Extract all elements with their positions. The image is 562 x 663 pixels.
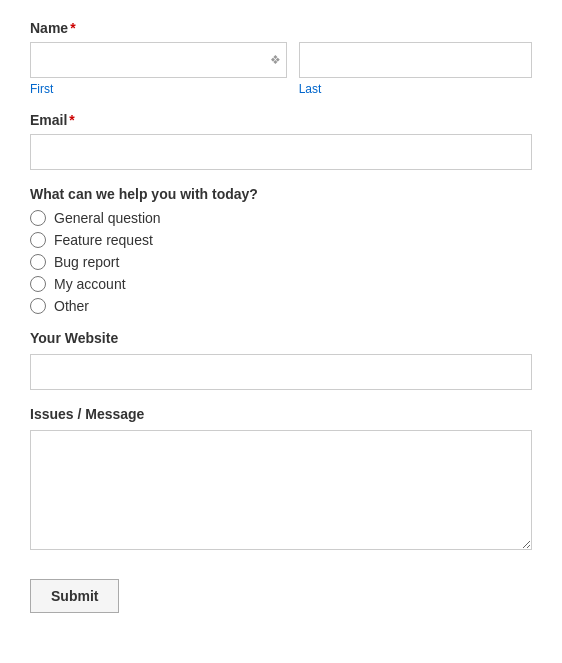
- website-label: Your Website: [30, 330, 532, 346]
- message-field-group: Issues / Message: [30, 406, 532, 553]
- radio-feature-request[interactable]: Feature request: [30, 232, 532, 248]
- radio-general-label: General question: [54, 210, 161, 226]
- email-label: Email*: [30, 112, 532, 128]
- name-label: Name*: [30, 20, 532, 36]
- radio-account-label: My account: [54, 276, 126, 292]
- website-field-group: Your Website: [30, 330, 532, 390]
- radio-general-question[interactable]: General question: [30, 210, 532, 226]
- email-input[interactable]: [30, 134, 532, 170]
- radio-feature-label: Feature request: [54, 232, 153, 248]
- help-question-label: What can we help you with today?: [30, 186, 532, 202]
- submit-button[interactable]: Submit: [30, 579, 119, 613]
- first-input-wrap: ❖: [30, 42, 287, 78]
- email-field-group: Email*: [30, 112, 532, 170]
- radio-group: General question Feature request Bug rep…: [30, 210, 532, 314]
- last-sub-label: Last: [299, 82, 532, 96]
- first-sub-label: First: [30, 82, 287, 96]
- radio-other[interactable]: Other: [30, 298, 532, 314]
- first-name-input[interactable]: [30, 42, 287, 78]
- required-star: *: [70, 20, 75, 36]
- message-textarea[interactable]: [30, 430, 532, 550]
- radio-general-input[interactable]: [30, 210, 46, 226]
- last-name-wrap: Last: [299, 42, 532, 96]
- name-field-group: Name* ❖ First Last: [30, 20, 532, 96]
- contact-form: Name* ❖ First Last Email* What can we he…: [0, 0, 562, 663]
- radio-bug-report[interactable]: Bug report: [30, 254, 532, 270]
- radio-other-input[interactable]: [30, 298, 46, 314]
- last-name-input[interactable]: [299, 42, 532, 78]
- name-row: ❖ First Last: [30, 42, 532, 96]
- radio-bug-label: Bug report: [54, 254, 119, 270]
- message-label: Issues / Message: [30, 406, 532, 422]
- radio-bug-input[interactable]: [30, 254, 46, 270]
- radio-my-account[interactable]: My account: [30, 276, 532, 292]
- website-input[interactable]: [30, 354, 532, 390]
- radio-account-input[interactable]: [30, 276, 46, 292]
- radio-other-label: Other: [54, 298, 89, 314]
- help-question-group: What can we help you with today? General…: [30, 186, 532, 314]
- email-required-star: *: [69, 112, 74, 128]
- first-name-wrap: ❖ First: [30, 42, 287, 96]
- radio-feature-input[interactable]: [30, 232, 46, 248]
